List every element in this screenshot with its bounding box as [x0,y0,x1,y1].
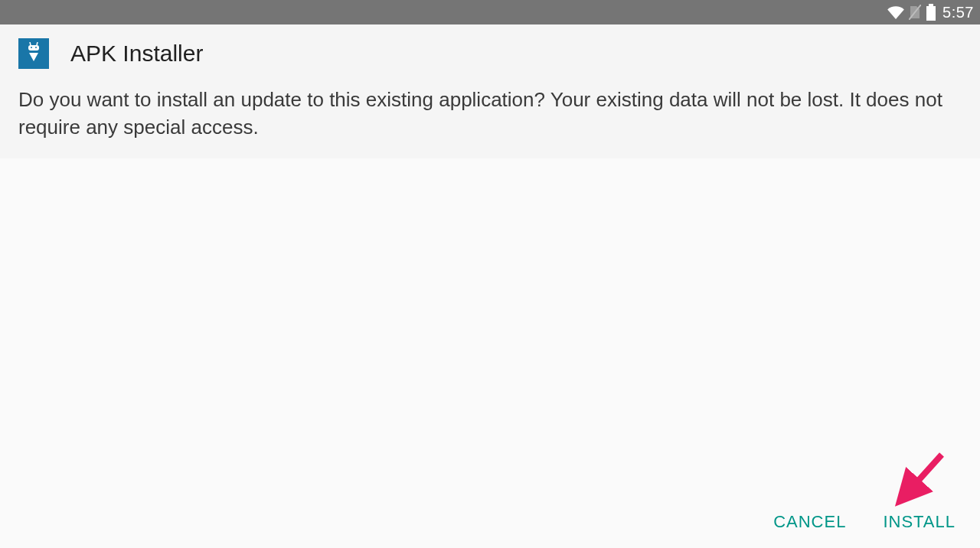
svg-point-6 [31,47,32,48]
svg-rect-2 [926,6,936,21]
status-bar: 5:57 [0,0,980,24]
svg-point-7 [35,47,37,48]
wifi-icon [887,5,904,19]
cancel-button[interactable]: CANCEL [770,506,849,538]
svg-rect-3 [28,45,39,51]
install-message: Do you want to install an update to this… [18,86,962,142]
install-button[interactable]: INSTALL [880,506,959,538]
svg-line-4 [30,42,31,45]
status-time: 5:57 [942,4,974,21]
no-sim-icon [909,5,921,20]
battery-icon [926,4,936,21]
app-icon [18,38,49,69]
app-title: APK Installer [70,41,203,67]
svg-rect-1 [929,4,933,6]
dialog-content [0,158,980,491]
button-bar: CANCEL INSTALL [0,496,980,548]
title-row: APK Installer [18,38,962,69]
install-dialog-header: APK Installer Do you want to install an … [0,24,980,158]
svg-line-5 [37,42,38,45]
